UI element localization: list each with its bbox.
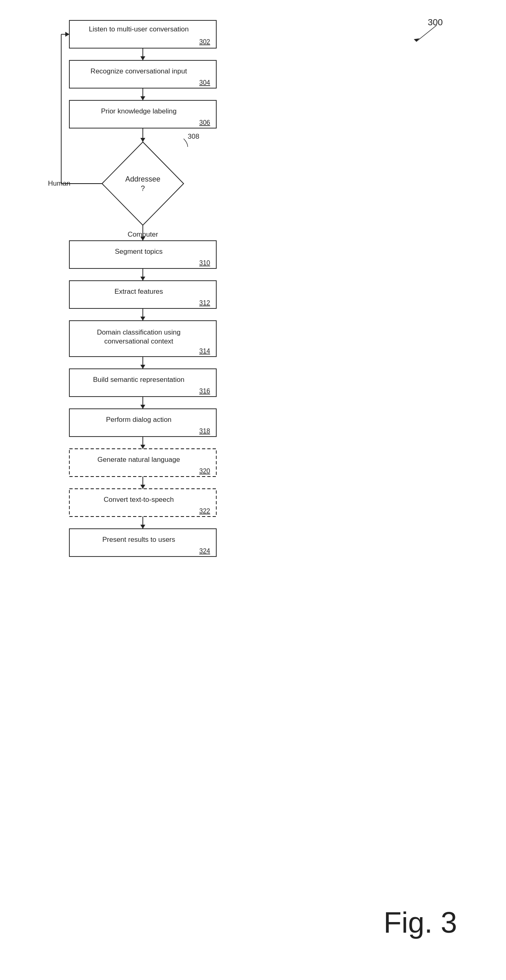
svg-text:Recognize conversational input: Recognize conversational input xyxy=(91,67,187,75)
svg-text:320: 320 xyxy=(199,468,210,474)
svg-rect-2 xyxy=(69,20,216,48)
svg-text:Listen to multi-user conversat: Listen to multi-user conversation xyxy=(89,25,189,33)
svg-text:Domain classification using: Domain classification using xyxy=(97,328,180,336)
svg-marker-11 xyxy=(140,96,145,100)
figure-label: Fig. 3 xyxy=(384,906,457,939)
svg-text:312: 312 xyxy=(199,299,210,306)
flowchart-diagram: Listen to multi-user conversation 302 Re… xyxy=(24,12,302,971)
svg-marker-16 xyxy=(140,138,145,142)
ref-arrow-icon xyxy=(408,21,441,46)
svg-text:Present results to users: Present results to users xyxy=(102,536,175,543)
svg-text:Extract features: Extract features xyxy=(114,288,163,295)
svg-marker-33 xyxy=(140,277,145,281)
svg-text:302: 302 xyxy=(199,38,210,45)
svg-text:Prior knowledge labeling: Prior knowledge labeling xyxy=(101,107,176,115)
svg-text:304: 304 xyxy=(199,79,210,86)
svg-marker-54 xyxy=(140,445,145,449)
svg-text:324: 324 xyxy=(199,548,210,554)
svg-text:Convert text-to-speech: Convert text-to-speech xyxy=(104,496,174,503)
svg-text:308: 308 xyxy=(188,133,199,140)
svg-text:318: 318 xyxy=(199,428,210,435)
svg-marker-64 xyxy=(140,525,145,529)
svg-text:Perform dialog action: Perform dialog action xyxy=(106,416,172,423)
svg-text:?: ? xyxy=(141,184,145,193)
svg-marker-26 xyxy=(65,32,69,37)
svg-text:314: 314 xyxy=(199,348,210,355)
svg-text:Generate natural language: Generate natural language xyxy=(98,456,180,463)
svg-text:310: 310 xyxy=(199,259,210,266)
svg-text:conversational context: conversational context xyxy=(104,337,173,345)
svg-line-0 xyxy=(416,25,437,42)
svg-text:Build semantic representation: Build semantic representation xyxy=(93,376,184,384)
svg-marker-38 xyxy=(140,317,145,321)
svg-text:Segment topics: Segment topics xyxy=(115,248,162,255)
svg-marker-49 xyxy=(140,405,145,409)
svg-marker-44 xyxy=(140,365,145,369)
svg-text:306: 306 xyxy=(199,119,210,126)
svg-marker-59 xyxy=(140,485,145,489)
svg-text:316: 316 xyxy=(199,388,210,395)
svg-marker-17 xyxy=(102,142,184,225)
svg-text:322: 322 xyxy=(199,508,210,514)
svg-marker-6 xyxy=(140,56,145,60)
svg-text:Addressee: Addressee xyxy=(125,175,160,183)
svg-marker-28 xyxy=(140,237,145,241)
